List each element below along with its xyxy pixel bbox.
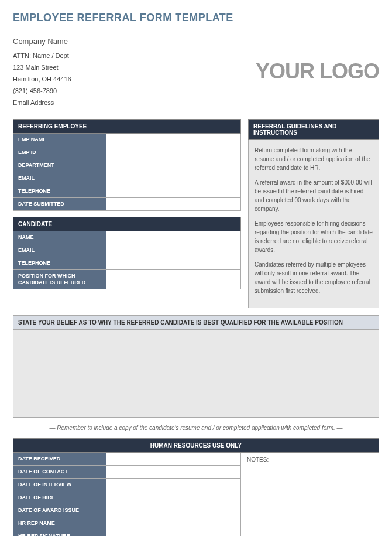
department-input[interactable] xyxy=(106,159,241,172)
emp-id-input[interactable] xyxy=(106,146,241,159)
reminder-text: — Remember to include a copy of the cand… xyxy=(13,425,379,431)
hr-rep-sig-label: HR REP SIGNATURE xyxy=(13,530,106,536)
guidelines-heading: REFERRAL GUIDELINES AND INSTRUCTIONS xyxy=(248,119,379,140)
hr-rep-name-input[interactable] xyxy=(106,517,241,530)
cand-telephone-label: TELEPHONE xyxy=(13,257,106,270)
emp-name-input[interactable] xyxy=(106,134,241,146)
cand-telephone-input[interactable] xyxy=(106,257,241,270)
ref-email-label: EMAIL xyxy=(13,172,106,185)
date-award-input[interactable] xyxy=(106,504,241,517)
ref-email-input[interactable] xyxy=(106,172,241,185)
date-interview-label: DATE OF INTERVIEW xyxy=(13,479,106,491)
guidelines-p3: Employees responsible for hiring decisio… xyxy=(255,219,373,254)
company-citystate: Hamilton, OH 44416 xyxy=(13,74,71,86)
belief-heading: STATE YOUR BELIEF AS TO WHY THE REFERRED… xyxy=(13,315,379,330)
company-name: Company Name xyxy=(13,35,71,48)
guidelines-box: Return completed form along with the res… xyxy=(248,140,379,308)
company-phone: (321) 456-7890 xyxy=(13,86,71,97)
ref-telephone-label: TELEPHONE xyxy=(13,185,106,198)
cand-email-label: EMAIL xyxy=(13,244,106,257)
guidelines-p4: Candidates referred by multiple employee… xyxy=(255,260,373,295)
cand-position-label: POSITION FOR WHICH CANDIDATE IS REFERRED xyxy=(13,270,106,289)
company-attn: ATTN: Name / Dept xyxy=(13,50,71,62)
company-header: Company Name ATTN: Name / Dept 123 Main … xyxy=(13,35,379,108)
date-received-label: DATE RECEIVED xyxy=(13,453,106,466)
date-submitted-input[interactable] xyxy=(106,198,241,211)
ref-telephone-input[interactable] xyxy=(106,185,241,198)
date-interview-input[interactable] xyxy=(106,479,241,491)
date-hire-label: DATE OF HIRE xyxy=(13,491,106,504)
date-contact-label: DATE OF CONTACT xyxy=(13,466,106,479)
page-title: EMPLOYEE REFERRAL FORM TEMPLATE xyxy=(13,12,379,24)
company-email: Email Address xyxy=(13,97,71,109)
belief-textarea[interactable] xyxy=(13,330,379,418)
guidelines-p1: Return completed form along with the res… xyxy=(255,146,373,172)
company-street: 123 Main Street xyxy=(13,62,71,74)
company-info: Company Name ATTN: Name / Dept 123 Main … xyxy=(13,35,71,108)
date-received-input[interactable] xyxy=(106,453,241,466)
cand-email-input[interactable] xyxy=(106,244,241,257)
hr-notes-box[interactable]: NOTES: xyxy=(241,453,379,536)
cand-name-input[interactable] xyxy=(106,231,241,244)
hr-heading: HUMAN RESOURCES USE ONLY xyxy=(13,438,379,453)
candidate-heading: CANDIDATE xyxy=(13,217,241,231)
emp-id-label: EMP ID xyxy=(13,146,106,159)
notes-label: NOTES: xyxy=(247,456,269,463)
referring-heading: REFERRING EMPLOYEE xyxy=(13,119,241,134)
guidelines-p2: A referral award in the amount of $000.0… xyxy=(255,178,373,213)
cand-position-input[interactable] xyxy=(106,270,241,289)
date-award-label: DATE OF AWARD ISSUE xyxy=(13,504,106,517)
date-contact-input[interactable] xyxy=(106,466,241,479)
emp-name-label: EMP NAME xyxy=(13,134,106,146)
department-label: DEPARTMENT xyxy=(13,159,106,172)
logo-placeholder: YOUR LOGO xyxy=(256,59,379,84)
date-hire-input[interactable] xyxy=(106,491,241,504)
hr-rep-sig-input[interactable] xyxy=(106,530,241,536)
hr-rep-name-label: HR REP NAME xyxy=(13,517,106,530)
cand-name-label: NAME xyxy=(13,231,106,244)
date-submitted-label: DATE SUBMITTED xyxy=(13,198,106,211)
